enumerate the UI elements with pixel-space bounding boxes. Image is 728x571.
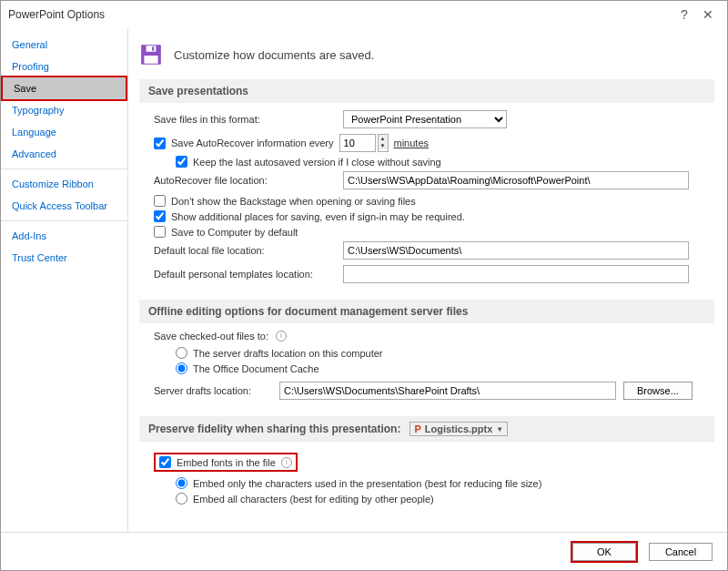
sidebar-item-proofing[interactable]: Proofing: [1, 56, 127, 77]
sidebar-item-save[interactable]: Save: [1, 76, 127, 101]
section-fidelity: Preserve fidelity when sharing this pres…: [139, 416, 714, 442]
window-title: PowerPoint Options: [8, 8, 672, 21]
embed-fonts-label: Embed fonts in the file: [177, 457, 276, 468]
ok-highlight: OK: [571, 541, 638, 563]
browse-button[interactable]: Browse...: [623, 382, 693, 400]
format-label: Save files in this format:: [154, 114, 336, 125]
info-icon: i: [276, 331, 287, 342]
options-dialog: PowerPoint Options ? ✕ General Proofing …: [0, 0, 728, 571]
keep-last-checkbox[interactable]: [176, 156, 187, 168]
embed-all-label: Embed all characters (best for editing b…: [193, 494, 434, 505]
intro-text: Customize how documents are saved.: [174, 48, 374, 62]
intro: Customize how documents are saved.: [139, 43, 714, 66]
titlebar: PowerPoint Options ? ✕: [1, 1, 727, 28]
autorecover-minutes-input[interactable]: [339, 134, 376, 152]
sidebar-item-language[interactable]: Language: [1, 121, 127, 143]
dont-show-backstage-checkbox[interactable]: [154, 195, 166, 207]
presentation-select[interactable]: P Logistics.pptx ▼: [410, 422, 508, 436]
default-local-input[interactable]: [343, 241, 689, 260]
close-button[interactable]: ✕: [696, 7, 720, 22]
keep-last-label: Keep the last autosaved version if I clo…: [193, 157, 441, 168]
drafts-loc-label: Server drafts location:: [154, 385, 272, 396]
embed-all-radio[interactable]: [176, 493, 187, 505]
sidebar-item-customize-ribbon[interactable]: Customize Ribbon: [1, 173, 127, 195]
section-save-presentations: Save presentations: [139, 79, 714, 103]
doc-cache-label: The Office Document Cache: [193, 363, 319, 374]
drafts-loc-input[interactable]: [279, 382, 616, 400]
default-tmpl-input[interactable]: [343, 265, 689, 283]
show-additional-label: Show additional places for saving, even …: [171, 211, 465, 222]
sidebar-item-qat[interactable]: Quick Access Toolbar: [1, 195, 127, 217]
chevron-down-icon: ▼: [496, 425, 503, 433]
embed-only-radio[interactable]: [176, 477, 187, 489]
section-offline: Offline editing options for document man…: [139, 300, 714, 323]
save-computer-label: Save to Computer by default: [171, 227, 298, 238]
format-select[interactable]: PowerPoint Presentation: [343, 110, 507, 128]
default-tmpl-label: Default personal templates location:: [154, 269, 336, 280]
autorecover-label-post: minutes: [394, 138, 430, 148]
info-icon: i: [281, 457, 292, 468]
svg-rect-1: [144, 56, 157, 64]
default-local-label: Default local file location:: [154, 245, 336, 256]
svg-rect-3: [152, 46, 154, 50]
save-checked-label: Save checked-out files to:: [154, 331, 268, 342]
embed-only-label: Embed only the characters used in the pr…: [193, 478, 541, 489]
sidebar: General Proofing Save Typography Languag…: [1, 28, 128, 532]
dont-show-backstage-label: Don't show the Backstage when opening or…: [171, 196, 416, 207]
save-computer-checkbox[interactable]: [154, 226, 166, 238]
sidebar-item-addins[interactable]: Add-Ins: [1, 225, 127, 247]
sidebar-item-typography[interactable]: Typography: [1, 99, 127, 121]
show-additional-checkbox[interactable]: [154, 210, 166, 222]
dialog-footer: OK Cancel: [1, 532, 727, 570]
content-pane: Customize how documents are saved. Save …: [128, 28, 727, 532]
svg-rect-2: [147, 46, 157, 52]
cancel-button[interactable]: Cancel: [649, 543, 713, 561]
embed-fonts-highlight: Embed fonts in the file i: [154, 453, 298, 472]
autorecover-spinner[interactable]: ▲▼: [378, 134, 389, 152]
sidebar-item-advanced[interactable]: Advanced: [1, 143, 127, 165]
sidebar-item-general[interactable]: General: [1, 34, 127, 56]
ar-loc-input[interactable]: [343, 171, 689, 189]
help-button[interactable]: ?: [672, 7, 696, 22]
save-icon: [139, 43, 163, 66]
embed-fonts-checkbox[interactable]: [159, 456, 171, 468]
pptx-icon: P: [414, 423, 420, 434]
autorecover-label-pre: Save AutoRecover information every: [171, 138, 334, 148]
sidebar-item-trust-center[interactable]: Trust Center: [1, 247, 127, 269]
autorecover-checkbox[interactable]: [154, 138, 166, 149]
doc-cache-radio[interactable]: [176, 362, 187, 374]
ok-button[interactable]: OK: [572, 543, 636, 561]
server-drafts-label: The server drafts location on this compu…: [193, 348, 382, 359]
ar-loc-label: AutoRecover file location:: [154, 175, 336, 186]
server-drafts-radio[interactable]: [176, 347, 187, 359]
